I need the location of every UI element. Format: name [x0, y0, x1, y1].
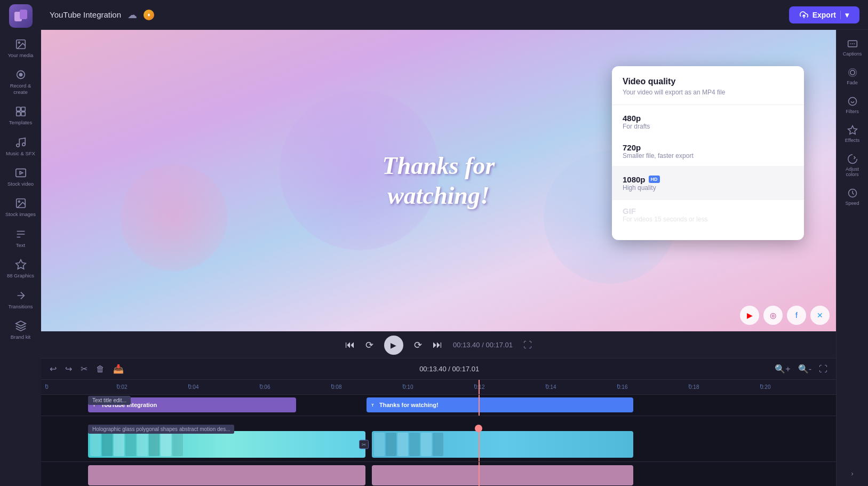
sidebar-item-stock-images[interactable]: Stock images: [2, 193, 39, 221]
ruler-mark-14: 0:14: [546, 384, 617, 390]
vq-desc-1080p: High quality: [623, 184, 660, 192]
export-button[interactable]: Export ▾: [789, 6, 859, 23]
sidebar-item-music-sfx[interactable]: Music & SFX: [2, 132, 39, 161]
svg-text:T: T: [371, 403, 374, 408]
import-button[interactable]: 📥: [111, 362, 126, 376]
delete-button[interactable]: 🗑: [94, 362, 107, 376]
sidebar-item-transitions[interactable]: Transitions: [2, 285, 39, 314]
main-area: YouTube Integration ☁ ♦ Export ▾ Thanks …: [41, 0, 868, 486]
svg-rect-12: [15, 169, 25, 177]
content-area: Thanks for watching! ▶ ◎ f ✕ Video quali…: [41, 30, 868, 486]
preview-area: Thanks for watching! ▶ ◎ f ✕ Video quali…: [41, 30, 836, 486]
app-logo[interactable]: [9, 4, 33, 28]
effects-panel-btn[interactable]: Effects: [838, 121, 867, 147]
captions-label: Captions: [843, 51, 862, 57]
timeline-toolbar: ↩ ↪ ✂ 🗑 📥 00:13.40 / 00:17.01 🔍+ 🔍- ⛶: [41, 358, 836, 380]
text-clip-thanks[interactable]: T Thanks for watching!: [367, 397, 633, 412]
filters-label: Filters: [846, 109, 859, 114]
play-button[interactable]: ▶: [384, 336, 403, 355]
youtube-social-btn[interactable]: ▶: [740, 306, 759, 325]
sidebar-item-templates[interactable]: Templates: [2, 101, 39, 130]
ruler-mark-6: 0:06: [260, 384, 331, 390]
text-track-1: T YouTube Integration T Thanks for watch…: [41, 395, 836, 416]
svg-point-11: [22, 142, 25, 146]
vq-option-480p[interactable]: 480p For drafts: [612, 107, 804, 137]
video-controls: ⏮ ⟳ ▶ ⟳ ⏭ 00:13.40 / 00:17.01 ⛶: [41, 331, 836, 358]
sidebar-item-brand-kit[interactable]: Brand kit: [2, 316, 39, 344]
vq-subtitle: Your video will export as an MP4 file: [612, 89, 804, 105]
top-bar: YouTube Integration ☁ ♦ Export ▾: [41, 0, 868, 30]
video-canvas: Thanks for watching! ▶ ◎ f ✕ Video quali…: [41, 30, 836, 331]
undo-button[interactable]: ↩: [47, 362, 59, 376]
right-sidebar: Captions Fade Filters Effects Adjust col…: [836, 30, 868, 486]
svg-rect-6: [16, 107, 20, 111]
video-quality-dropdown: Video quality Your video will export as …: [612, 66, 804, 240]
right-sidebar-collapse-btn[interactable]: ›: [847, 466, 858, 482]
twitter-social-btn[interactable]: ✕: [810, 306, 830, 325]
svg-point-22: [850, 70, 854, 75]
zoom-in-button[interactable]: 🔍+: [773, 362, 792, 376]
vq-option-1080p[interactable]: 1080p HD High quality 👆: [612, 166, 804, 200]
vq-title: Video quality: [612, 77, 804, 89]
fullscreen-button[interactable]: ⛶: [523, 340, 532, 350]
sidebar-item-your-media[interactable]: Your media: [2, 34, 39, 62]
svg-point-5: [19, 74, 22, 77]
sidebar-item-text[interactable]: Text: [2, 224, 39, 252]
fade-panel-btn[interactable]: Fade: [838, 63, 867, 90]
audio-clip-left[interactable]: [88, 465, 365, 485]
audio-clip-right[interactable]: [372, 465, 633, 485]
speed-panel-btn[interactable]: Speed: [838, 184, 867, 210]
timeline-zoom-controls: 🔍+ 🔍- ⛶: [773, 362, 830, 376]
svg-rect-9: [21, 112, 25, 116]
video-clip-label: Holographic glass polygonal shapes abstr…: [88, 425, 234, 434]
sidebar-item-graphics[interactable]: 88 Graphics: [2, 254, 39, 283]
ruler-mark-8: 0:08: [331, 384, 403, 390]
timeline-tracks: Text title edit... Holographic glass pol…: [41, 395, 836, 486]
captions-panel-btn[interactable]: Captions: [838, 34, 867, 61]
svg-rect-7: [21, 107, 25, 111]
adjust-colors-panel-btn[interactable]: Adjust colors: [838, 149, 867, 181]
svg-point-3: [18, 42, 20, 43]
video-clip-right[interactable]: [372, 431, 633, 458]
audio-track: [41, 462, 836, 486]
rewind-button[interactable]: ⟳: [365, 339, 373, 351]
instagram-social-btn[interactable]: ◎: [763, 306, 783, 325]
ruler-mark-2: 0:02: [117, 384, 188, 390]
playhead[interactable]: [479, 380, 480, 394]
vq-name-1080p: 1080p HD: [623, 175, 660, 184]
forward-button[interactable]: ⟳: [414, 339, 422, 351]
ruler-mark-12: 0:12: [474, 384, 546, 390]
redo-button[interactable]: ↪: [63, 362, 74, 376]
clip-split-icon[interactable]: ✂: [359, 440, 369, 449]
svg-rect-8: [16, 112, 20, 116]
adjust-label: Adjust colors: [840, 166, 865, 177]
vq-name-720p: 720p: [623, 143, 694, 152]
skip-back-button[interactable]: ⏮: [345, 339, 355, 350]
cut-button[interactable]: ✂: [78, 362, 90, 376]
svg-point-10: [16, 144, 19, 147]
vq-name-gif: GIF: [623, 206, 707, 216]
sidebar-item-stock-video[interactable]: Stock video: [2, 163, 39, 191]
effects-label: Effects: [845, 138, 859, 143]
svg-point-23: [848, 98, 856, 106]
ruler-mark-4: 0:04: [188, 384, 260, 390]
text-icon-2: T: [371, 402, 377, 408]
ruler-mark-0: 0: [45, 384, 117, 390]
hd-badge: HD: [649, 176, 660, 183]
timeline-area: ↩ ↪ ✂ 🗑 📥 00:13.40 / 00:17.01 🔍+ 🔍- ⛶: [41, 358, 836, 486]
facebook-social-btn[interactable]: f: [787, 306, 806, 325]
fit-button[interactable]: ⛶: [817, 362, 830, 376]
vq-option-gif[interactable]: GIF For videos 15 seconds or less: [612, 200, 804, 229]
vq-desc-720p: Smaller file, faster export: [623, 152, 694, 160]
ruler-mark-20: 0:20: [760, 384, 832, 390]
video-clip-left[interactable]: [88, 431, 365, 458]
ruler-mark-16: 0:16: [617, 384, 689, 390]
filters-panel-btn[interactable]: Filters: [838, 92, 867, 118]
skip-forward-button[interactable]: ⏭: [433, 339, 442, 350]
svg-marker-24: [848, 126, 857, 134]
vq-option-720p[interactable]: 720p Smaller file, faster export: [612, 137, 804, 166]
zoom-out-button[interactable]: 🔍-: [796, 362, 814, 376]
premium-badge: ♦: [144, 10, 154, 20]
social-icons-bar: ▶ ◎ f ✕: [740, 306, 830, 325]
sidebar-item-record-create[interactable]: Record & create: [2, 65, 39, 99]
